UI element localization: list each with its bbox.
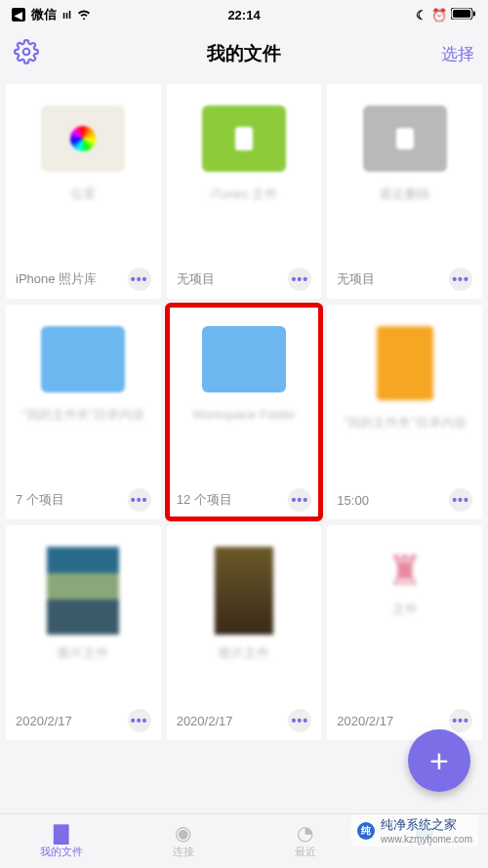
tab-label: 连接 bbox=[173, 845, 194, 859]
card-label: 图片文件 bbox=[52, 644, 114, 662]
card-label: 图片文件 bbox=[213, 644, 275, 662]
watermark-logo-icon: 纯 bbox=[357, 822, 375, 840]
file-card[interactable]: "我的文件夹"目录内容 15:00 ••• bbox=[327, 305, 482, 519]
more-button[interactable]: ••• bbox=[128, 268, 151, 291]
image-card[interactable]: 图片文件 2020/2/17 ••• bbox=[6, 525, 161, 740]
folder-icon bbox=[202, 326, 286, 393]
card-footer-text: 12 个项目 bbox=[177, 491, 232, 509]
image-thumbnail bbox=[215, 547, 273, 635]
tab-my-files[interactable]: ▇ 我的文件 bbox=[0, 814, 122, 868]
add-button[interactable]: + bbox=[408, 729, 470, 792]
more-button[interactable]: ••• bbox=[449, 268, 472, 291]
svg-point-3 bbox=[23, 49, 30, 56]
card-label: "我的文件夹"目录内容 bbox=[16, 406, 150, 424]
tab-connect[interactable]: ◉ 连接 bbox=[122, 814, 244, 868]
status-bar: ◀ 微信 ııl 22:14 ☾ ⏰ bbox=[0, 0, 488, 29]
page-title: 我的文件 bbox=[72, 41, 416, 66]
clock-icon: ◔ bbox=[297, 823, 313, 843]
svg-rect-1 bbox=[453, 10, 470, 18]
wifi-icon bbox=[77, 9, 91, 21]
folder-icon bbox=[363, 105, 447, 172]
folder-card[interactable]: 最近删除 无项目 ••• bbox=[327, 84, 482, 299]
more-button[interactable]: ••• bbox=[288, 488, 311, 512]
tab-label bbox=[426, 847, 428, 858]
more-button[interactable]: ••• bbox=[128, 709, 151, 732]
more-button[interactable]: ••• bbox=[288, 709, 311, 732]
file-grid: 位置 iPhone 照片库 ••• iTunes 文件 无项目 ••• 最近删除… bbox=[0, 78, 488, 746]
image-thumbnail bbox=[47, 547, 119, 635]
folder-card[interactable]: 位置 iPhone 照片库 ••• bbox=[6, 84, 161, 299]
watermark-title: 纯净系统之家 bbox=[381, 817, 457, 832]
card-footer-text: 7 个项目 bbox=[16, 491, 64, 509]
watermark: 纯 纯净系统之家 www.kzmyhome.com bbox=[351, 814, 478, 847]
battery-icon bbox=[451, 8, 476, 22]
folder-card[interactable]: "我的文件夹"目录内容 7 个项目 ••• bbox=[6, 305, 161, 519]
card-label: 文件 bbox=[386, 600, 424, 618]
navigation-bar: 我的文件 选择 bbox=[0, 29, 488, 78]
settings-button[interactable] bbox=[14, 51, 39, 67]
more-button[interactable]: ••• bbox=[449, 488, 472, 512]
svg-rect-2 bbox=[473, 11, 475, 16]
signal-icon: ııl bbox=[62, 9, 71, 21]
alarm-icon: ⏰ bbox=[431, 8, 447, 22]
card-footer-text: 无项目 bbox=[337, 270, 375, 288]
more-button[interactable]: ••• bbox=[288, 268, 311, 291]
image-card[interactable]: 图片文件 2020/2/17 ••• bbox=[167, 525, 322, 740]
plus-icon: + bbox=[429, 742, 449, 780]
card-label: Workspace Folder bbox=[186, 406, 301, 424]
back-to-app-icon[interactable]: ◀ bbox=[12, 8, 25, 21]
card-footer-text: 2020/2/17 bbox=[177, 714, 233, 728]
folder-icon: ▇ bbox=[54, 823, 68, 843]
wifi-icon: ◉ bbox=[175, 823, 191, 843]
status-time: 22:14 bbox=[167, 8, 322, 22]
card-label: iTunes 文件 bbox=[205, 186, 283, 203]
more-button[interactable]: ••• bbox=[128, 488, 151, 512]
folder-icon bbox=[41, 105, 125, 172]
card-label: 最近删除 bbox=[374, 186, 436, 203]
card-footer-text: 无项目 bbox=[177, 270, 215, 288]
folder-card-highlighted[interactable]: Workspace Folder 12 个项目 ••• bbox=[167, 305, 322, 519]
card-label: 位置 bbox=[64, 186, 102, 203]
select-button[interactable]: 选择 bbox=[416, 43, 474, 65]
app-icon: ♜ bbox=[386, 547, 424, 595]
status-app-name: 微信 bbox=[31, 6, 57, 23]
tab-recent[interactable]: ◔ 最近 bbox=[244, 814, 366, 868]
folder-icon bbox=[41, 326, 125, 393]
card-footer-text: 2020/2/17 bbox=[16, 714, 72, 728]
card-footer-text: iPhone 照片库 bbox=[16, 270, 97, 288]
folder-card[interactable]: iTunes 文件 无项目 ••• bbox=[167, 84, 322, 299]
more-button[interactable]: ••• bbox=[449, 709, 472, 732]
folder-icon bbox=[202, 105, 286, 172]
card-label: "我的文件夹"目录内容 bbox=[338, 414, 472, 432]
card-footer-text: 2020/2/17 bbox=[337, 714, 393, 728]
tab-label: 我的文件 bbox=[40, 845, 83, 859]
watermark-url: www.kzmyhome.com bbox=[381, 834, 472, 845]
file-card[interactable]: ♜ 文件 2020/2/17 ••• bbox=[327, 525, 482, 740]
tab-label: 最近 bbox=[295, 845, 316, 859]
moon-icon: ☾ bbox=[416, 8, 427, 22]
document-icon bbox=[377, 326, 433, 400]
card-footer-text: 15:00 bbox=[337, 493, 369, 508]
